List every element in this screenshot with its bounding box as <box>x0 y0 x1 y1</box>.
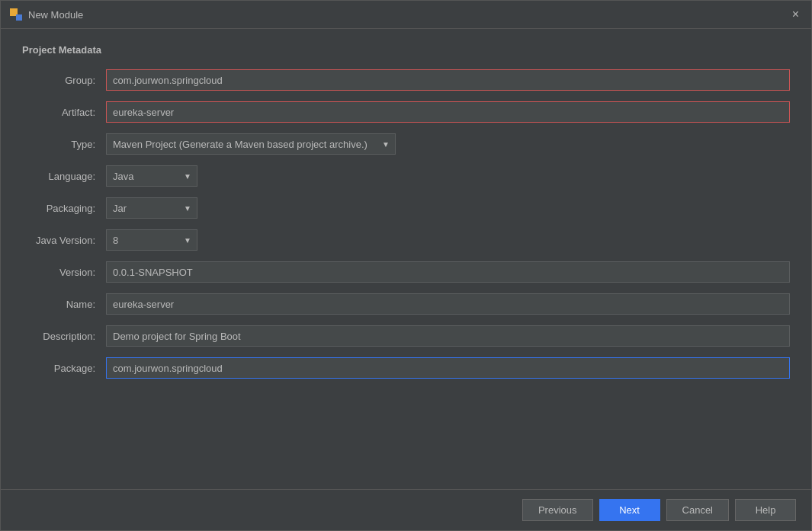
language-row: Language: Java Kotlin Groovy ▼ <box>22 165 790 187</box>
group-label: Group: <box>22 75 106 86</box>
version-row: Version: <box>22 261 790 283</box>
dialog-content: Project Metadata Group: Artifact: Type: … <box>1 29 811 489</box>
java-version-select-wrap: 8 11 17 ▼ <box>106 229 197 251</box>
package-row: Package: <box>22 357 790 379</box>
package-label: Package: <box>22 363 106 374</box>
dialog-title: New Module <box>28 9 83 21</box>
type-row: Type: Maven Project (Generate a Maven ba… <box>22 133 790 155</box>
dialog-footer: Previous Next Cancel Help <box>1 489 811 530</box>
java-version-row: Java Version: 8 11 17 ▼ <box>22 229 790 251</box>
package-input[interactable] <box>106 357 790 379</box>
packaging-select[interactable]: Jar War <box>106 197 197 219</box>
help-button[interactable]: Help <box>735 499 796 521</box>
previous-button[interactable]: Previous <box>522 499 593 521</box>
close-button[interactable]: × <box>789 7 802 22</box>
section-title: Project Metadata <box>22 44 790 56</box>
type-select-wrap: Maven Project (Generate a Maven based pr… <box>106 133 396 155</box>
name-label: Name: <box>22 299 106 310</box>
description-row: Description: <box>22 325 790 347</box>
artifact-row: Artifact: <box>22 101 790 123</box>
next-button[interactable]: Next <box>599 499 660 521</box>
packaging-select-wrap: Jar War ▼ <box>106 197 197 219</box>
language-select-wrap: Java Kotlin Groovy ▼ <box>106 165 197 187</box>
name-row: Name: <box>22 293 790 315</box>
language-select[interactable]: Java Kotlin Groovy <box>106 165 197 187</box>
name-input[interactable] <box>106 293 790 315</box>
java-version-select[interactable]: 8 11 17 <box>106 229 197 251</box>
language-label: Language: <box>22 171 106 182</box>
description-label: Description: <box>22 331 106 342</box>
java-version-label: Java Version: <box>22 235 106 246</box>
cancel-button[interactable]: Cancel <box>666 499 729 521</box>
type-label: Type: <box>22 139 106 150</box>
new-module-dialog: New Module × Project Metadata Group: Art… <box>0 0 812 531</box>
type-select[interactable]: Maven Project (Generate a Maven based pr… <box>106 133 396 155</box>
packaging-row: Packaging: Jar War ▼ <box>22 197 790 219</box>
group-input[interactable] <box>106 69 790 91</box>
titlebar-left: New Module <box>10 8 83 21</box>
artifact-label: Artifact: <box>22 107 106 118</box>
version-label: Version: <box>22 267 106 278</box>
group-row: Group: <box>22 69 790 91</box>
module-icon <box>10 8 22 21</box>
titlebar: New Module × <box>1 1 811 29</box>
version-input[interactable] <box>106 261 790 283</box>
description-input[interactable] <box>106 325 790 347</box>
artifact-input[interactable] <box>106 101 790 123</box>
packaging-label: Packaging: <box>22 203 106 214</box>
